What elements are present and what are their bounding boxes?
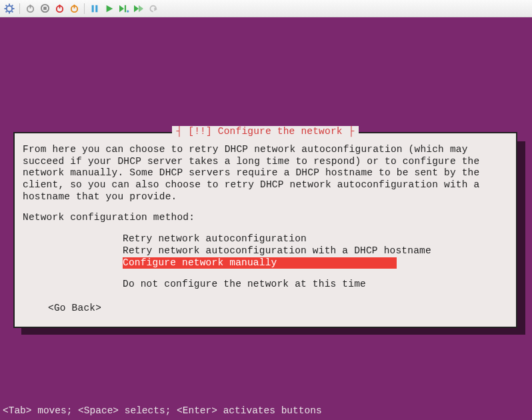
configure-network-dialog: ┤ [!!] Configure the network ├ From here… bbox=[13, 132, 517, 328]
power-grey-icon[interactable] bbox=[23, 2, 37, 15]
dialog-title: ┤ [!!] Configure the network ├ bbox=[172, 126, 358, 138]
vm-screen: ┤ [!!] Configure the network ├ From here… bbox=[0, 17, 532, 420]
power-orange-icon[interactable] bbox=[67, 2, 81, 15]
svg-marker-19 bbox=[107, 5, 113, 12]
dialog-title-text: Configure the network bbox=[218, 126, 343, 137]
svg-line-6 bbox=[12, 11, 13, 12]
step-into-icon[interactable] bbox=[132, 2, 145, 15]
go-back-button[interactable]: <Go Back> bbox=[48, 303, 101, 315]
vm-toolbar bbox=[0, 0, 532, 17]
option-do-not-configure[interactable]: Do not configure the network at this tim… bbox=[123, 279, 366, 291]
dialog-title-wrap: ┤ [!!] Configure the network ├ bbox=[15, 126, 516, 138]
toolbar-separator bbox=[84, 3, 85, 14]
svg-line-8 bbox=[12, 5, 13, 6]
option-spacer bbox=[123, 269, 508, 279]
play-icon[interactable] bbox=[103, 2, 116, 15]
option-configure-manually[interactable]: Configure network manually bbox=[123, 257, 397, 269]
toolbar-separator bbox=[19, 3, 20, 14]
svg-rect-12 bbox=[43, 7, 47, 10]
settings-gear-icon[interactable] bbox=[3, 2, 16, 15]
undo-icon[interactable] bbox=[147, 2, 160, 15]
svg-rect-17 bbox=[92, 5, 94, 12]
svg-point-0 bbox=[7, 5, 12, 11]
dialog-prompt: Network configuration method: bbox=[23, 212, 508, 224]
svg-marker-24 bbox=[139, 5, 143, 12]
dialog-body: From here you can choose to retry DHCP n… bbox=[23, 144, 508, 203]
option-retry-autoconfig[interactable]: Retry network autoconfiguration bbox=[123, 233, 307, 245]
pause-icon[interactable] bbox=[88, 2, 101, 15]
svg-rect-18 bbox=[95, 5, 97, 12]
power-red-icon[interactable] bbox=[53, 2, 66, 15]
option-retry-autoconfig-hostname[interactable]: Retry network autoconfiguration with a D… bbox=[123, 245, 431, 257]
svg-line-5 bbox=[6, 5, 7, 6]
network-method-options: Retry network autoconfiguration Retry ne… bbox=[123, 233, 508, 291]
svg-point-22 bbox=[127, 10, 129, 13]
step-over-icon[interactable] bbox=[117, 2, 131, 15]
footer-hint: <Tab> moves; <Space> selects; <Enter> ac… bbox=[3, 405, 322, 416]
svg-line-7 bbox=[6, 11, 7, 12]
stop-grey-icon[interactable] bbox=[38, 2, 51, 15]
svg-rect-21 bbox=[125, 5, 126, 12]
svg-marker-23 bbox=[134, 5, 139, 12]
svg-marker-20 bbox=[119, 5, 124, 12]
dialog-title-prefix: [!!] bbox=[188, 126, 218, 137]
